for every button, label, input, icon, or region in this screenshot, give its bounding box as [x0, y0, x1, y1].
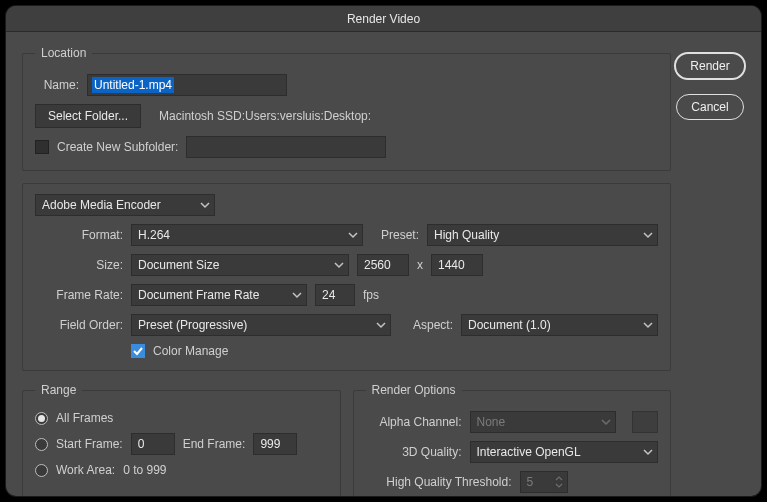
chevron-down-icon — [348, 230, 358, 240]
3d-quality-select[interactable]: Interactive OpenGL — [470, 441, 659, 463]
3d-quality-label: 3D Quality: — [366, 445, 462, 459]
fieldorder-select[interactable]: Preset (Progressive) — [131, 314, 391, 336]
chevron-down-icon — [601, 417, 611, 427]
radio-icon — [35, 464, 48, 477]
location-legend: Location — [35, 46, 92, 60]
fieldorder-label: Field Order: — [35, 318, 123, 332]
chevron-down-icon — [334, 260, 344, 270]
work-area-radio[interactable]: Work Area: — [35, 463, 115, 477]
titlebar: Render Video — [6, 6, 761, 32]
chevron-down-icon — [643, 320, 653, 330]
select-folder-button[interactable]: Select Folder... — [35, 104, 141, 128]
preset-select[interactable]: High Quality — [427, 224, 658, 246]
chevron-down-icon — [200, 200, 210, 210]
framerate-input[interactable] — [315, 284, 355, 306]
subfolder-input[interactable] — [186, 136, 386, 158]
location-group: Location Name: Untitled-1.mp4 Select Fol… — [22, 46, 671, 171]
render-options-group: Render Options Alpha Channel: None 3D Qu… — [353, 383, 672, 496]
checkbox-icon — [35, 140, 49, 154]
name-label: Name: — [35, 78, 79, 92]
x-label: x — [417, 258, 423, 272]
name-input[interactable]: Untitled-1.mp4 — [87, 74, 287, 96]
aspect-select[interactable]: Document (1.0) — [461, 314, 658, 336]
framerate-mode-select[interactable]: Document Frame Rate — [131, 284, 307, 306]
framerate-label: Frame Rate: — [35, 288, 123, 302]
chevron-updown-icon — [555, 476, 563, 488]
alpha-color-swatch — [632, 411, 658, 433]
radio-icon — [35, 412, 48, 425]
all-frames-radio[interactable]: All Frames — [35, 411, 113, 425]
format-select[interactable]: H.264 — [131, 224, 363, 246]
create-subfolder-checkbox[interactable]: Create New Subfolder: — [35, 140, 178, 154]
hq-threshold-label: High Quality Threshold: — [366, 475, 512, 489]
width-input[interactable] — [357, 254, 409, 276]
preset-label: Preset: — [371, 228, 419, 242]
checkbox-checked-icon — [131, 344, 145, 358]
size-label: Size: — [35, 258, 123, 272]
size-mode-select[interactable]: Document Size — [131, 254, 349, 276]
work-area-value: 0 to 999 — [123, 463, 166, 477]
start-frame-radio[interactable]: Start Frame: — [35, 437, 123, 451]
fps-label: fps — [363, 288, 379, 302]
window-title: Render Video — [347, 12, 420, 26]
alpha-label: Alpha Channel: — [366, 415, 462, 429]
end-frame-input[interactable] — [253, 433, 297, 455]
render-video-dialog: Render Video Location Name: Untitled-1.m… — [6, 6, 761, 496]
chevron-down-icon — [376, 320, 386, 330]
encoder-group: Adobe Media Encoder Format: H.264 Preset… — [22, 183, 671, 371]
encoder-engine-select[interactable]: Adobe Media Encoder — [35, 194, 215, 216]
render-button[interactable]: Render — [674, 52, 745, 80]
cancel-button[interactable]: Cancel — [676, 94, 743, 120]
aspect-label: Aspect: — [399, 318, 453, 332]
color-manage-checkbox[interactable]: Color Manage — [131, 344, 228, 358]
chevron-down-icon — [292, 290, 302, 300]
height-input[interactable] — [431, 254, 483, 276]
end-frame-label: End Frame: — [183, 437, 246, 451]
render-options-legend: Render Options — [366, 383, 462, 397]
format-label: Format: — [35, 228, 123, 242]
alpha-select: None — [470, 411, 617, 433]
start-frame-input[interactable] — [131, 433, 175, 455]
chevron-down-icon — [643, 230, 653, 240]
name-value: Untitled-1.mp4 — [92, 77, 174, 93]
radio-icon — [35, 438, 48, 451]
hq-threshold-input: 5 — [520, 471, 568, 493]
range-legend: Range — [35, 383, 82, 397]
range-group: Range All Frames Start Frame: En — [22, 383, 341, 496]
folder-path: Macintosh SSD:Users:versluis:Desktop: — [159, 109, 371, 123]
chevron-down-icon — [643, 447, 653, 457]
